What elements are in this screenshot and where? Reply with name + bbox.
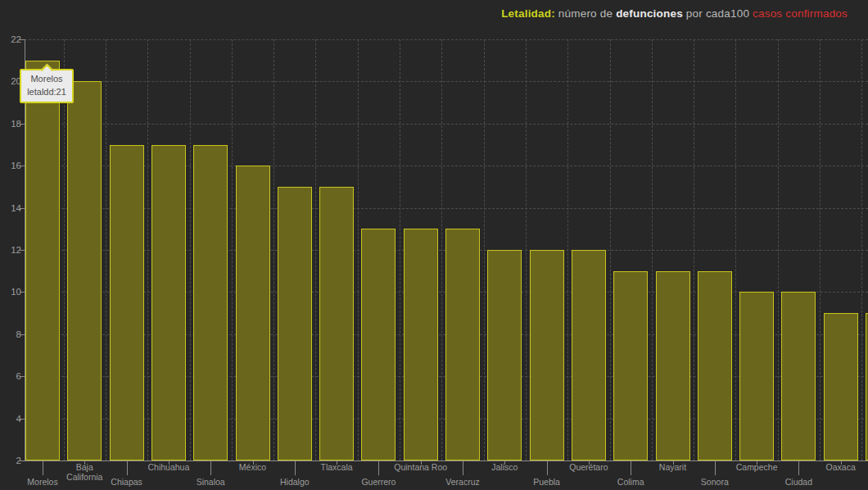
y-tick-label: 10 <box>2 287 21 297</box>
x-axis-label: Jalisco <box>477 462 531 472</box>
bar[interactable] <box>572 250 606 461</box>
x-gridline <box>232 39 233 461</box>
x-tick-mark <box>715 461 716 475</box>
y-tick-label: 16 <box>2 161 21 170</box>
lethality-chart: Letalidad: número de defunciones por cad… <box>0 0 868 490</box>
x-tick-mark <box>547 461 548 475</box>
bar[interactable] <box>824 313 858 461</box>
x-gridline <box>190 39 191 461</box>
x-axis-label: Chihuahua <box>142 462 196 472</box>
bar[interactable] <box>236 166 270 461</box>
x-axis-label: Guerrero <box>351 477 405 487</box>
bar[interactable] <box>193 145 228 461</box>
chart-title-part-0: Letalidad: <box>501 7 555 20</box>
chart-title-part-1: número de <box>555 7 616 20</box>
x-axis-label: Puebla <box>520 477 574 487</box>
x-gridline <box>484 39 485 461</box>
x-gridline <box>652 39 653 461</box>
x-gridline <box>694 39 694 461</box>
x-gridline <box>820 39 821 461</box>
y-tick-label: 14 <box>2 203 21 213</box>
tooltip: Morelos letaldd:21 <box>20 69 74 103</box>
y-gridline <box>25 124 868 125</box>
x-gridline <box>441 39 442 461</box>
bar[interactable] <box>445 229 480 461</box>
x-gridline <box>526 39 527 461</box>
bar[interactable] <box>530 250 564 461</box>
x-tick-mark <box>127 461 128 475</box>
y-gridline <box>25 39 868 40</box>
bar[interactable] <box>110 145 144 461</box>
x-gridline <box>400 39 400 461</box>
x-axis-label: Colima <box>604 477 658 487</box>
tooltip-value: letaldd:21 <box>24 86 70 99</box>
y-tick-label: 18 <box>2 119 21 129</box>
x-tick-mark <box>463 461 463 475</box>
y-tick-label: 4 <box>2 414 21 424</box>
x-tick-mark <box>378 461 379 475</box>
x-tick-mark <box>210 461 211 475</box>
chart-title: Letalidad: número de defunciones por cad… <box>501 7 848 20</box>
y-tick-label: 2 <box>2 456 21 465</box>
x-axis-label: Campeche <box>730 462 784 472</box>
bar[interactable] <box>613 271 648 461</box>
x-gridline <box>610 39 611 461</box>
x-axis-label: Hidalgo <box>268 477 322 487</box>
x-axis-label: México <box>226 462 280 472</box>
chart-title-part-4: casos confirmados <box>753 7 848 20</box>
x-axis-label: Querétaro <box>562 462 616 472</box>
y-tick-label: 22 <box>2 34 21 44</box>
x-gridline <box>567 39 568 461</box>
chart-title-part-2: defunciones <box>616 7 683 20</box>
bar[interactable] <box>278 187 312 461</box>
x-gridline <box>358 39 359 461</box>
x-axis-label: Sonora <box>688 477 742 487</box>
x-tick-mark <box>798 461 799 475</box>
x-axis-label: Tlaxcala <box>310 462 364 472</box>
bar[interactable] <box>739 292 774 461</box>
x-axis-label: Nayarit <box>646 462 700 472</box>
x-axis-label: Oaxaca <box>814 462 868 472</box>
x-gridline <box>778 39 779 461</box>
bar[interactable] <box>404 229 438 461</box>
x-axis-line <box>25 461 868 461</box>
bar[interactable] <box>781 292 816 461</box>
x-axis-label: Veracruz <box>436 477 490 487</box>
x-axis-label: Quintana Roo <box>394 462 448 472</box>
x-gridline <box>147 39 148 461</box>
y-tick-label: 20 <box>2 76 21 86</box>
bar[interactable] <box>25 61 60 461</box>
bar[interactable] <box>698 271 732 461</box>
x-axis-label: Sinaloa <box>183 477 237 487</box>
x-axis-label: Chiapas <box>100 477 154 487</box>
x-tick-mark <box>43 461 43 475</box>
bar[interactable] <box>361 229 396 461</box>
bar[interactable] <box>319 187 354 461</box>
x-tick-mark <box>631 461 631 475</box>
x-gridline <box>861 39 862 461</box>
x-gridline <box>315 39 316 461</box>
x-gridline <box>735 39 736 461</box>
bar[interactable] <box>67 81 102 461</box>
y-tick-label: 12 <box>2 245 21 255</box>
chart-title-part-3: por cada100 <box>683 7 753 20</box>
y-tick-label: 8 <box>2 329 21 339</box>
bar[interactable] <box>656 271 690 461</box>
y-tick-label: 6 <box>2 371 21 381</box>
x-gridline <box>106 39 106 461</box>
x-tick-mark <box>295 461 296 475</box>
x-gridline <box>274 39 274 461</box>
y-gridline <box>25 81 868 82</box>
x-axis-label: Ciudad <box>771 477 825 487</box>
bar[interactable] <box>151 145 186 461</box>
bar[interactable] <box>487 250 522 461</box>
